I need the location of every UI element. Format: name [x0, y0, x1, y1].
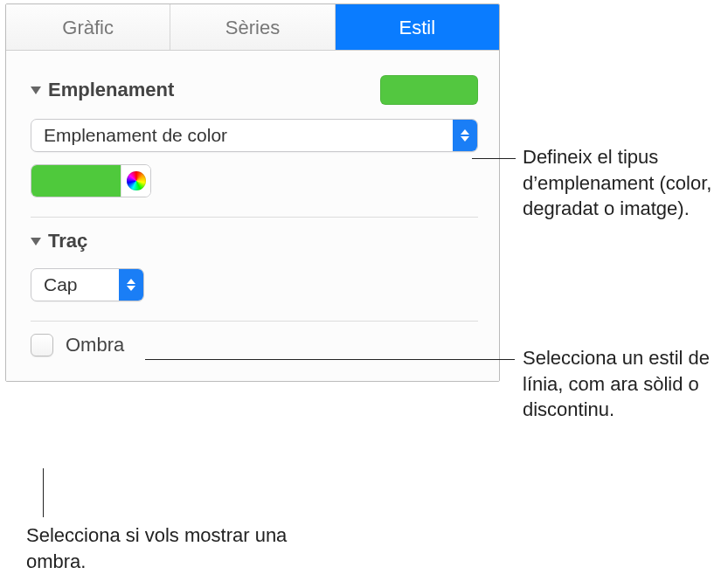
shadow-label: Ombra — [66, 334, 124, 356]
select-value: Cap — [31, 269, 119, 301]
section-title-text: Traç — [48, 230, 87, 252]
annotation-fill-type: Defineix el tipus d’emplenament (color, … — [523, 144, 724, 222]
panel-body: Emplenament Emplenament de color — [6, 51, 499, 381]
stroke-section-header: Traç — [31, 226, 478, 259]
disclosure-triangle-icon — [31, 86, 41, 94]
tab-grafic[interactable]: Gràfic — [6, 4, 170, 50]
tab-label: Sèries — [225, 17, 280, 38]
tab-series[interactable]: Sèries — [170, 4, 335, 50]
shadow-row: Ombra — [31, 334, 478, 362]
tab-label: Gràfic — [62, 17, 114, 38]
tab-estil[interactable]: Estil — [336, 4, 499, 50]
fill-color-preview[interactable] — [380, 75, 478, 105]
style-sidebar-panel: Gràfic Sèries Estil Emplenament Emplenam… — [5, 3, 500, 382]
dropdown-stepper-icon — [119, 269, 143, 301]
annotation-shadow-toggle: Selecciona si vols mostrar una ombra. — [26, 522, 288, 574]
leader-line — [145, 359, 515, 360]
leader-line — [43, 468, 44, 517]
color-wheel-icon — [127, 171, 146, 190]
section-divider — [31, 321, 478, 322]
shadow-checkbox[interactable] — [31, 334, 53, 356]
disclosure-triangle-icon — [31, 238, 41, 246]
color-picker-button[interactable] — [121, 165, 150, 197]
fill-section-title[interactable]: Emplenament — [31, 79, 174, 101]
fill-type-row: Emplenament de color — [31, 119, 478, 152]
select-value: Emplenament de color — [31, 120, 453, 151]
fill-type-select[interactable]: Emplenament de color — [31, 119, 478, 152]
fill-section-header: Emplenament — [31, 66, 478, 112]
section-divider — [31, 217, 478, 218]
annotation-stroke-style: Selecciona un estil de línia, com ara sò… — [523, 345, 724, 423]
leader-line — [472, 158, 516, 159]
tab-label: Estil — [399, 17, 436, 38]
section-title-text: Emplenament — [48, 79, 174, 101]
fill-color-well-row — [31, 164, 478, 197]
stroke-section-title[interactable]: Traç — [31, 230, 87, 252]
stroke-style-row: Cap — [31, 268, 478, 301]
tabs: Gràfic Sèries Estil — [6, 4, 499, 51]
fill-color-well[interactable] — [31, 164, 151, 197]
color-swatch — [31, 165, 121, 197]
dropdown-stepper-icon — [453, 120, 477, 151]
stroke-style-select[interactable]: Cap — [31, 268, 144, 301]
